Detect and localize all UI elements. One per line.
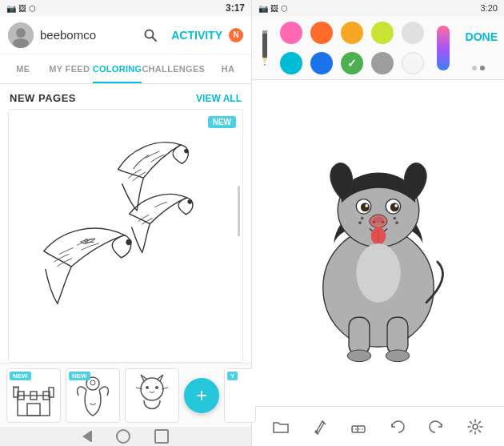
thumbnail-castle[interactable]: NEW (6, 368, 61, 423)
view-all-button[interactable]: VIEW ALL (196, 93, 242, 104)
color-toolbar: DONE (252, 16, 504, 80)
svg-point-49 (358, 221, 362, 224)
color-gray[interactable] (371, 52, 394, 74)
color-orange[interactable] (310, 22, 333, 44)
avatar (8, 22, 34, 48)
fill-button[interactable] (306, 412, 334, 441)
svg-point-39 (381, 220, 384, 223)
svg-point-21 (141, 378, 163, 400)
nav-tabs: ME MY FEED COLORING CHALLENGES HA (0, 54, 251, 84)
notification-badge[interactable]: N (229, 28, 243, 42)
svg-rect-9 (18, 396, 50, 416)
svg-rect-43 (387, 317, 408, 354)
right-time: 3:20 (481, 3, 498, 13)
home-button[interactable] (116, 429, 130, 444)
done-button[interactable]: DONE (466, 30, 498, 43)
section-header: NEW PAGES VIEW ALL (0, 84, 251, 109)
svg-point-23 (155, 386, 158, 389)
pencil-tool[interactable] (258, 28, 272, 68)
birds-illustration (22, 132, 230, 340)
settings-button[interactable] (461, 412, 490, 441)
thumbnail-fairy[interactable]: NEW (66, 368, 120, 423)
svg-point-34 (365, 204, 368, 207)
undo-button[interactable] (383, 412, 412, 441)
thumbnail-extra[interactable]: Y (224, 368, 256, 423)
thumb-badge-2: NEW (69, 372, 90, 380)
svg-rect-13 (27, 404, 40, 416)
left-status-bar: 📷 🖼 ⬡ 3:17 (0, 0, 251, 16)
color-yellow[interactable] (341, 22, 363, 44)
svg-point-20 (90, 380, 95, 385)
color-pink[interactable] (280, 22, 302, 44)
svg-rect-24 (262, 32, 267, 58)
svg-point-47 (360, 216, 363, 219)
thumbnail-cat[interactable] (125, 368, 179, 423)
redo-button[interactable] (422, 412, 450, 441)
color-white[interactable] (402, 52, 424, 74)
username-label: beebomco (40, 28, 133, 42)
dog-coloring-area[interactable] (252, 80, 504, 406)
page-dot-2 (480, 66, 485, 70)
svg-point-33 (390, 203, 398, 211)
tab-me[interactable]: ME (0, 54, 46, 83)
top-bar: beebomco ACTIVITY N (0, 16, 251, 54)
svg-point-1 (16, 28, 26, 38)
thumbnail-strip: NEW NEW (0, 363, 251, 427)
bottom-toolbar (252, 406, 504, 446)
svg-point-35 (394, 204, 398, 207)
tab-coloring[interactable]: COLORING (93, 54, 142, 83)
phone-bottom-bar (0, 427, 251, 446)
thumb-badge-4: Y (227, 372, 238, 380)
svg-point-44 (347, 349, 371, 361)
activity-button[interactable]: ACTIVITY (171, 29, 222, 42)
status-left-icons: 📷 🖼 ⬡ (6, 4, 36, 13)
dog-illustration (282, 123, 474, 364)
color-blue[interactable] (310, 52, 333, 74)
tab-challenges[interactable]: CHALLENGES (142, 54, 205, 83)
new-badge: NEW (208, 116, 236, 128)
svg-point-2 (13, 38, 29, 48)
tab-ha[interactable]: HA (205, 54, 251, 83)
folder-button[interactable] (266, 412, 295, 441)
svg-marker-25 (262, 58, 267, 64)
svg-rect-26 (262, 30, 267, 34)
add-button[interactable]: + (184, 378, 219, 413)
search-button[interactable] (139, 24, 162, 46)
right-status-bar: 📷 🖼 ⬡ 3:20 (252, 0, 504, 16)
thumb-badge-1: NEW (10, 372, 31, 380)
svg-point-22 (146, 386, 149, 389)
left-panel: 📷 🖼 ⬡ 3:17 beebomco ACTIVITY N ME MY FEE… (0, 0, 252, 446)
svg-point-46 (356, 243, 400, 303)
page-dot-1 (472, 66, 477, 70)
color-lime[interactable] (371, 22, 394, 44)
svg-point-54 (473, 424, 478, 429)
color-lightgray[interactable] (402, 22, 424, 44)
gradient-swatch[interactable] (437, 26, 450, 70)
tab-myfeed[interactable]: MY FEED (46, 54, 93, 83)
svg-point-32 (360, 203, 369, 211)
eraser-button[interactable] (344, 412, 373, 441)
section-title: NEW PAGES (10, 92, 76, 104)
back-button[interactable] (82, 430, 92, 443)
svg-rect-42 (349, 317, 370, 354)
right-panel: 📷 🖼 ⬡ 3:20 (252, 0, 504, 446)
right-status-icons: 📷 🖼 ⬡ (258, 4, 288, 13)
svg-point-50 (395, 221, 398, 224)
svg-line-4 (153, 37, 157, 41)
cat-icon (128, 372, 176, 420)
svg-point-45 (386, 349, 410, 361)
svg-marker-27 (264, 64, 266, 66)
scroll-indicator (238, 186, 240, 236)
recent-button[interactable] (154, 429, 169, 444)
svg-point-38 (372, 220, 375, 223)
left-time: 3:17 (226, 2, 245, 14)
color-cyan[interactable] (280, 52, 302, 74)
main-coloring-image: NEW (8, 109, 243, 363)
color-green[interactable] (341, 52, 363, 74)
svg-point-48 (393, 216, 396, 219)
